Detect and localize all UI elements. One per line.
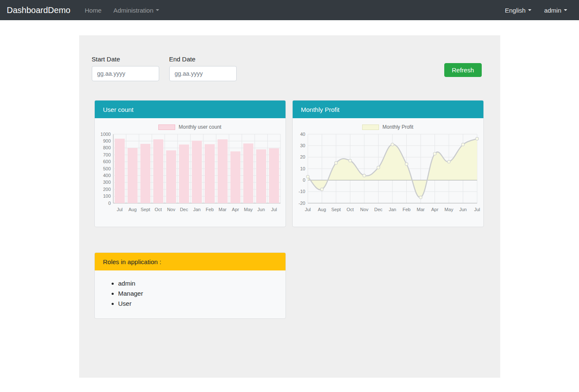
user-count-panel: User count Monthly user count JulAugSept… [94, 100, 286, 227]
roles-panel-body: admin Manager User [95, 270, 285, 318]
svg-text:Jun: Jun [459, 207, 467, 212]
svg-text:Jan: Jan [389, 207, 396, 212]
nav-item-home[interactable]: Home [80, 3, 107, 17]
user-count-bar-chart: JulAugSeptOctNovDecJanFebMarAprMayJunJul… [98, 132, 283, 215]
navbar-left-menu: Home Administration [80, 3, 164, 17]
nav-item-home-label: Home [85, 7, 101, 14]
refresh-button[interactable]: Refresh [444, 63, 482, 77]
svg-text:20: 20 [300, 154, 305, 159]
start-date-group: Start Date [92, 56, 159, 81]
nav-item-administration-label: Administration [113, 7, 153, 14]
svg-text:700: 700 [103, 152, 110, 157]
svg-text:Sept: Sept [141, 207, 150, 212]
navbar-right-menu: English admin [500, 3, 572, 17]
svg-text:Sept: Sept [331, 207, 341, 212]
svg-text:400: 400 [103, 173, 110, 178]
svg-text:0: 0 [302, 177, 305, 183]
caret-down-icon [564, 9, 567, 11]
svg-text:Aug: Aug [318, 207, 326, 212]
svg-text:Apr: Apr [232, 207, 239, 212]
nav-item-user-label: admin [544, 7, 561, 14]
svg-text:Aug: Aug [128, 207, 137, 212]
svg-text:Jul: Jul [304, 207, 310, 212]
svg-text:300: 300 [103, 180, 110, 185]
roles-panel-header: Roles in application : [95, 253, 285, 270]
roles-list: admin Manager User [103, 280, 277, 307]
svg-text:May: May [444, 207, 453, 212]
svg-text:Jul: Jul [271, 207, 277, 212]
svg-text:Dec: Dec [180, 207, 188, 212]
svg-text:Mar: Mar [416, 207, 424, 212]
main-container: Start Date End Date Refresh User count M… [79, 35, 500, 378]
roles-panel: Roles in application : admin Manager Use… [94, 252, 286, 319]
filter-row: Start Date End Date Refresh [94, 56, 485, 81]
monthly-profit-panel: Monthly Profit Monthly Profit JulAugSept… [292, 100, 484, 227]
monthly-profit-legend: Monthly Profit [296, 124, 480, 130]
roles-list-item: User [118, 300, 277, 307]
end-date-input[interactable] [169, 66, 237, 81]
start-date-input[interactable] [92, 66, 159, 81]
nav-item-language[interactable]: English [500, 3, 536, 17]
svg-text:10: 10 [300, 166, 305, 171]
legend-label: Monthly user count [179, 124, 221, 130]
svg-text:Nov: Nov [360, 207, 368, 212]
svg-text:May: May [244, 207, 253, 212]
svg-text:-10: -10 [299, 189, 305, 194]
svg-text:Feb: Feb [403, 207, 411, 212]
svg-text:200: 200 [103, 187, 110, 192]
svg-text:Jun: Jun [257, 207, 265, 212]
svg-text:Nov: Nov [167, 207, 175, 212]
svg-text:-20: -20 [299, 201, 305, 206]
svg-text:Jul: Jul [474, 207, 480, 212]
svg-text:Feb: Feb [205, 207, 213, 212]
nav-item-administration[interactable]: Administration [108, 3, 164, 17]
svg-text:900: 900 [103, 138, 110, 143]
nav-item-user[interactable]: admin [539, 3, 572, 17]
navbar: DashboardDemo Home Administration Englis… [0, 0, 579, 20]
monthly-profit-line-chart: JulAugSeptOctNovDecJanFebMarAprMayJunJul… [296, 132, 481, 215]
brand[interactable]: DashboardDemo [7, 5, 70, 15]
caret-down-icon [156, 9, 159, 11]
roles-row: Roles in application : admin Manager Use… [94, 252, 485, 319]
svg-text:30: 30 [300, 143, 305, 148]
monthly-profit-panel-body: Monthly Profit JulAugSeptOctNovDecJanFeb… [293, 118, 483, 227]
svg-text:Mar: Mar [219, 207, 227, 212]
svg-text:Oct: Oct [155, 207, 162, 212]
legend-label: Monthly Profit [382, 124, 413, 130]
monthly-profit-panel-header: Monthly Profit [293, 101, 483, 118]
svg-text:Oct: Oct [346, 207, 353, 212]
roles-list-item: Manager [118, 290, 277, 297]
svg-text:1000: 1000 [100, 132, 110, 137]
svg-text:500: 500 [103, 166, 110, 171]
svg-text:0: 0 [108, 201, 110, 206]
legend-swatch-pink [158, 124, 175, 130]
nav-item-language-label: English [505, 7, 526, 14]
caret-down-icon [528, 9, 531, 11]
user-count-legend: Monthly user count [98, 124, 282, 130]
svg-text:800: 800 [103, 145, 110, 150]
start-date-label: Start Date [92, 56, 159, 63]
end-date-label: End Date [169, 56, 237, 63]
svg-text:600: 600 [103, 159, 110, 164]
svg-text:Apr: Apr [431, 207, 438, 212]
svg-text:100: 100 [103, 193, 110, 199]
svg-text:40: 40 [300, 132, 305, 137]
svg-text:Jan: Jan [193, 207, 200, 212]
roles-list-item: admin [118, 280, 277, 287]
end-date-group: End Date [169, 56, 237, 81]
charts-row: User count Monthly user count JulAugSept… [94, 100, 485, 227]
user-count-panel-body: Monthly user count JulAugSeptOctNovDecJa… [95, 118, 285, 227]
user-count-panel-header: User count [95, 101, 285, 118]
legend-swatch-yellow [362, 124, 379, 130]
svg-text:Dec: Dec [374, 207, 382, 212]
svg-text:Jul: Jul [117, 207, 123, 212]
